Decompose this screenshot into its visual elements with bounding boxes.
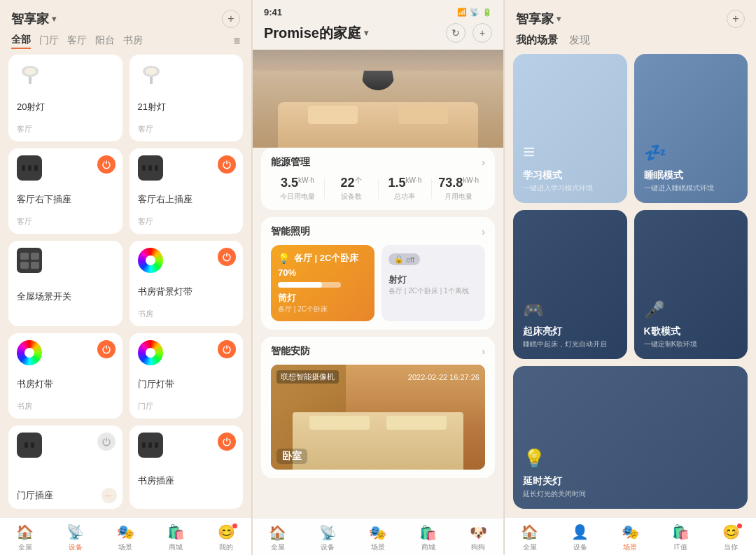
stat-devices: 22个 设备数 (325, 176, 378, 202)
nav-label-mall: 商城 (169, 542, 183, 552)
menu-icon[interactable]: ≡ (234, 35, 240, 48)
phone-nav-label-home: 全屋 (271, 542, 285, 552)
chevron-down-icon: ▾ (52, 14, 56, 24)
nav-item-home[interactable]: 🏠 全屋 (0, 524, 50, 552)
scene-name-sleep: 睡眠模式 (644, 169, 738, 182)
device-name-6: 书房背景灯带 (138, 286, 235, 298)
phone-profile-icon: 🐶 (470, 524, 487, 541)
device-name-3: 客厅右下插座 (17, 193, 114, 206)
device-card-4[interactable]: 客厅右上插座 客厅 (130, 148, 244, 234)
right-nav-it[interactable]: 🛍️ IT值 (655, 524, 706, 552)
light-device-on[interactable]: 💡 各厅 | 2C个卧床 70% 筒灯 各厅 | 2C个卧床 (271, 245, 374, 321)
phone-nav-scenes[interactable]: 🎭 场景 (353, 524, 403, 552)
scenes-icon: 🎭 (117, 524, 134, 540)
nav-item-mall[interactable]: 🛍️ 商城 (150, 524, 201, 552)
device-card-8[interactable]: 门厅灯带 门厅 (130, 333, 244, 419)
device-card-3[interactable]: 客厅右下插座 客厅 (8, 148, 122, 234)
bed (293, 412, 464, 470)
right-chevron-icon: ▾ (556, 14, 561, 24)
left-title[interactable]: 智享家 ▾ (11, 10, 56, 27)
right-nav-scenes[interactable]: 🎭 场景 (606, 524, 656, 552)
right-nav-devices[interactable]: 👤 设备 (555, 524, 606, 552)
device-card-6[interactable]: 书房背景灯带 书房 (130, 241, 244, 326)
device-room-2: 客厅 (138, 124, 235, 134)
left-header: 智享家 ▾ + (0, 0, 251, 34)
scene-card-sleep[interactable]: 💤 睡眠模式 一键进入睡眠模式环境 (634, 54, 748, 203)
device-card-10[interactable]: 书房插座 (130, 426, 244, 509)
nav-label-profile: 我的 (219, 542, 233, 552)
device-name-5: 全屋场景开关 (17, 290, 114, 303)
pillow-left (309, 416, 370, 430)
right-title[interactable]: 智享家 ▾ (516, 10, 561, 27)
svg-point-5 (146, 68, 157, 75)
refresh-button[interactable]: ↻ (446, 23, 465, 43)
right-scenes-icon: 🎭 (622, 524, 639, 540)
study-mode-icon: ≡ (523, 140, 617, 164)
scene-desc-wake: 睡眠中起床，灯光自动开启 (523, 339, 617, 349)
signal-icon: 📶 (457, 8, 467, 17)
power-btn-10[interactable] (218, 433, 236, 451)
stat-value-monthly: 73.8kW·h (432, 176, 485, 190)
device-name-2: 21射灯 (138, 101, 235, 113)
right-devices-icon: 👤 (571, 524, 589, 540)
tab-my-scenes[interactable]: 我的场景 (516, 34, 558, 47)
tab-balcony[interactable]: 阳台 (95, 34, 115, 48)
phone-chevron-icon: ▾ (364, 28, 368, 38)
energy-title: 能源管理 (271, 156, 310, 169)
middle-panel: 9:41 📶 📡 🔋 Promise的家庭 ▾ ↻ + (252, 0, 504, 555)
phone-nav-mall[interactable]: 🛍️ 商城 (403, 524, 454, 552)
device-card-5[interactable]: 全屋场景开关 (8, 241, 122, 326)
nav-item-scenes[interactable]: 🎭 场景 (101, 524, 151, 552)
device-card-1[interactable]: 20射灯 客厅 (8, 55, 122, 141)
battery-icon: 🔋 (482, 8, 492, 17)
power-btn-7[interactable] (97, 340, 115, 358)
phone-nav-label-scenes: 场景 (371, 542, 385, 552)
power-btn-6[interactable] (218, 248, 236, 266)
nav-item-devices[interactable]: 📡 设备 (50, 524, 101, 552)
device-name-1: 20射灯 (17, 101, 114, 113)
tab-discover[interactable]: 发现 (569, 34, 590, 47)
right-add-button[interactable]: + (727, 10, 745, 28)
power-btn-9[interactable] (97, 433, 115, 451)
device-card-2[interactable]: 21射灯 客厅 (130, 55, 244, 141)
phone-devices-icon: 📡 (319, 524, 337, 541)
phone-nav-profile[interactable]: 🐶 狗狗 (453, 524, 503, 552)
more-indicator[interactable]: ··· (102, 488, 117, 503)
energy-arrow-icon[interactable]: › (482, 157, 485, 168)
power-btn-8[interactable] (218, 340, 236, 358)
device-card-9[interactable]: 门厅插座 ··· (8, 426, 122, 509)
phone-nav-home[interactable]: 🏠 全屋 (253, 524, 303, 552)
right-nav-profile[interactable]: 😊 当你 (706, 524, 756, 552)
phone-title[interactable]: Promise的家庭 ▾ (264, 24, 368, 43)
lighting-arrow-icon[interactable]: › (482, 226, 485, 237)
cushion-left (308, 106, 358, 124)
socket-icon-4 (138, 155, 163, 181)
nav-label-scenes: 场景 (118, 542, 132, 552)
camera-time: 2022-02-22 16:27:26 (408, 373, 479, 381)
socket-icon-10 (138, 433, 163, 458)
scene-card-delayed-off[interactable]: 💡 延时关灯 延长灯光的关闭时间 (513, 366, 748, 509)
scene-desc-karaoke: 一键定制K歌环境 (644, 339, 738, 349)
device-room-7: 书房 (17, 401, 114, 412)
nav-item-profile[interactable]: 😊 我的 (201, 524, 251, 552)
karaoke-icon: 🎤 (644, 300, 738, 320)
tab-study[interactable]: 书房 (123, 34, 143, 48)
phone-nav-devices[interactable]: 📡 设备 (303, 524, 354, 552)
right-it-icon: 🛍️ (672, 524, 690, 540)
tab-living[interactable]: 客厅 (67, 34, 87, 48)
right-nav-label-scenes: 场景 (623, 542, 637, 552)
scene-card-karaoke[interactable]: 🎤 K歌模式 一键定制K歌环境 (634, 210, 748, 359)
light-device-off[interactable]: 🔒 off 射灯 各厅 | 2C个卧床 | 1个离线 (382, 245, 485, 321)
security-arrow-icon[interactable]: › (482, 346, 485, 357)
scene-card-study[interactable]: ≡ 学习模式 一键进入学习模式环境 (513, 54, 627, 203)
left-add-button[interactable]: + (222, 10, 240, 28)
power-btn-4[interactable] (218, 155, 236, 174)
phone-add-button[interactable]: + (472, 23, 492, 43)
tab-all[interactable]: 全部 (11, 34, 31, 49)
camera-preview[interactable]: 联想智能摄像机 2022-02-22 16:27:26 卧室 (271, 365, 485, 470)
tab-hallway[interactable]: 门厅 (39, 34, 59, 48)
right-nav-home[interactable]: 🏠 全屋 (505, 524, 555, 552)
power-btn-3[interactable] (97, 155, 115, 174)
scene-card-wake[interactable]: 🎮 起床亮灯 睡眠中起床，灯光自动开启 (513, 210, 627, 359)
device-card-7[interactable]: 书房灯带 书房 (8, 333, 122, 419)
